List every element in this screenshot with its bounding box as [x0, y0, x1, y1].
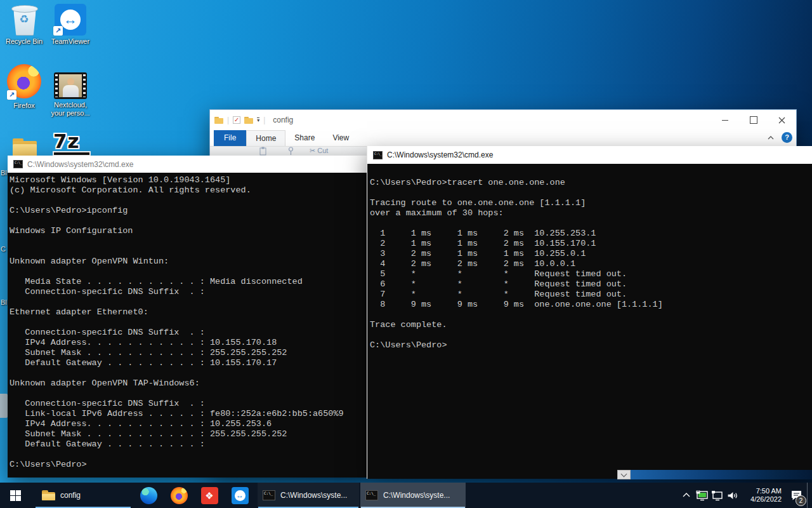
system-tray: 7:50 AM 4/26/2022 2	[679, 483, 812, 508]
teamviewer-icon: ↔	[232, 487, 249, 504]
taskbar-button-cmd-2-active[interactable]: C:\Windows\syste...	[360, 483, 466, 508]
taskbar-clock[interactable]: 7:50 AM 4/26/2022	[742, 487, 782, 504]
properties-check-icon[interactable]: ✓	[233, 116, 240, 124]
minimize-button[interactable]	[710, 110, 739, 130]
explorer-titlebar[interactable]: | ✓ ▾ | config	[210, 110, 796, 130]
speaker-icon	[726, 490, 738, 501]
new-folder-icon[interactable]	[244, 117, 253, 124]
taskbar-button-explorer-config[interactable]: config	[35, 483, 131, 508]
tray-overflow-button[interactable]	[679, 483, 694, 508]
cmd-icon	[365, 490, 378, 500]
tab-view[interactable]: View	[324, 130, 358, 146]
console-area[interactable]: Microsoft Windows [Version 10.0.19043.16…	[8, 173, 367, 478]
desktop-icon-nextcloud-video[interactable]: Nextcloud, your perso...	[46, 72, 95, 117]
cmd-window-ipconfig: C:\Windows\system32\cmd.exe Microsoft Wi…	[8, 156, 367, 478]
taskbar-button-cmd-1[interactable]: C:\Windows\syste...	[258, 483, 359, 508]
taskbar-button-teamviewer[interactable]: ↔	[225, 483, 255, 508]
close-button[interactable]	[768, 110, 796, 130]
chevron-up-icon	[683, 492, 690, 498]
help-button[interactable]: ?	[782, 132, 792, 143]
desktop-icon-teamviewer[interactable]: ↔ ↗ TeamViewer	[46, 4, 95, 46]
cut-button[interactable]: ✂ Cut	[310, 147, 328, 155]
action-center-button[interactable]: 2	[785, 483, 807, 508]
taskbar-button-label: C:\Windows\syste...	[280, 491, 347, 500]
show-desktop-button[interactable]	[807, 483, 812, 508]
scrollbar-down-button[interactable]	[617, 470, 631, 479]
folder-icon	[42, 490, 55, 500]
cmd-icon	[13, 160, 23, 168]
chevron-down-icon	[621, 471, 627, 477]
taskbar-button-anydesk[interactable]: ❖	[194, 483, 225, 508]
firefox-icon	[171, 487, 188, 504]
separator: |	[263, 116, 265, 124]
tab-file[interactable]: File	[214, 130, 246, 146]
taskbar-button-edge[interactable]	[133, 483, 164, 508]
desktop-screen: ♻ Recycle Bin ↔ ↗ TeamViewer ↗ Firefox N…	[0, 0, 812, 508]
edge-icon	[140, 487, 157, 504]
desktop-icon-label: Firefox	[0, 102, 48, 110]
paste-icon[interactable]	[259, 147, 266, 156]
taskbar-button-label: C:\Windows\syste...	[383, 491, 450, 500]
recycle-bin-icon: ♻	[11, 4, 37, 36]
quick-access-toolbar: | ✓ ▾ | config	[214, 116, 293, 124]
cmd-icon	[373, 151, 383, 159]
hidden-icon-label-fragment: Bl	[1, 298, 7, 306]
cut-label: Cut	[317, 147, 328, 155]
tab-share[interactable]: Share	[285, 130, 324, 146]
console-output[interactable]: C:\Users\Pedro>tracert one.one.one.one T…	[368, 164, 812, 351]
taskbar-button-label: config	[60, 491, 81, 500]
hidden-icon-fragment	[0, 394, 8, 418]
tray-volume-icon[interactable]	[724, 483, 740, 508]
cmd-titlebar[interactable]: C:\Windows\system32\cmd.exe	[8, 156, 367, 173]
scissors-icon: ✂	[310, 147, 315, 154]
separator: |	[227, 116, 229, 124]
cmd-icon	[263, 490, 275, 500]
taskbar-button-firefox[interactable]	[164, 483, 194, 508]
windows-logo-icon	[10, 490, 21, 501]
maximize-button[interactable]	[739, 110, 768, 130]
pin-icon[interactable]	[287, 147, 294, 156]
anydesk-icon: ❖	[201, 487, 218, 504]
cmd-window-tracert: C:\Windows\system32\cmd.exe C:\Users\Ped…	[367, 146, 812, 479]
chevron-up-icon	[768, 135, 774, 140]
taskbar: config ❖ ↔ C:\Windows\syste... C:\Window…	[0, 483, 812, 508]
cmd-window-title: C:\Windows\system32\cmd.exe	[387, 150, 493, 159]
console-output[interactable]: Microsoft Windows [Version 10.0.19043.16…	[8, 173, 367, 470]
tray-network-icon[interactable]	[709, 483, 724, 508]
cmd-window-title: C:\Windows\system32\cmd.exe	[27, 160, 133, 169]
desktop-icon-folder-partial[interactable]	[13, 138, 37, 157]
desktop-icon-recycle-bin[interactable]: ♻ Recycle Bin	[0, 4, 48, 46]
7zip-logo-bar	[54, 152, 89, 155]
folder-icon	[13, 138, 37, 157]
desktop-icon-label: Recycle Bin	[0, 37, 48, 46]
shortcut-arrow-icon: ↗	[53, 26, 63, 36]
folder-icon[interactable]	[214, 117, 223, 124]
video-thumbnail-icon	[54, 72, 87, 99]
shortcut-arrow-icon: ↗	[7, 90, 16, 100]
customize-toolbar-chevron-icon[interactable]: ▾	[257, 117, 259, 123]
tray-teamviewer-monitor[interactable]	[694, 483, 709, 508]
wallpaper-corner-strip	[631, 470, 812, 479]
desktop-icon-label: Nextcloud, your perso...	[48, 101, 93, 117]
close-icon	[778, 117, 785, 124]
console-area[interactable]: C:\Users\Pedro>tracert one.one.one.one T…	[367, 164, 812, 479]
start-button[interactable]	[0, 483, 30, 508]
notification-count-badge: 2	[796, 495, 806, 506]
collapse-ribbon-button[interactable]	[766, 133, 775, 142]
clock-date: 4/26/2022	[742, 495, 782, 504]
desktop-icon-firefox[interactable]: ↗ Firefox	[0, 64, 48, 110]
ethernet-icon	[711, 490, 723, 501]
hidden-icon-label-fragment: Bl	[1, 169, 7, 177]
clock-time: 7:50 AM	[742, 487, 782, 495]
hidden-icon-label-fragment: C	[1, 245, 6, 253]
desktop-icon-7zip[interactable]: 7z	[53, 130, 80, 152]
tab-home[interactable]: Home	[246, 130, 285, 146]
explorer-window-title: config	[273, 116, 293, 124]
cmd-titlebar[interactable]: C:\Windows\system32\cmd.exe	[367, 146, 812, 164]
desktop-icon-label: TeamViewer	[46, 37, 95, 46]
ribbon-tab-bar: File Home Share View ?	[210, 130, 796, 147]
monitor-green-screen-icon	[696, 490, 708, 501]
